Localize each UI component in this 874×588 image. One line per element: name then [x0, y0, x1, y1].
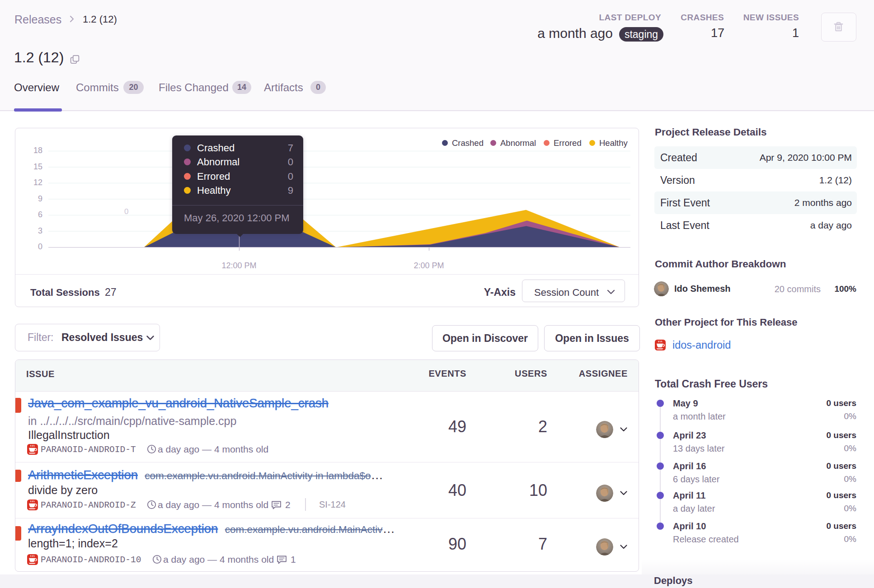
svg-text:0: 0 [124, 207, 128, 216]
